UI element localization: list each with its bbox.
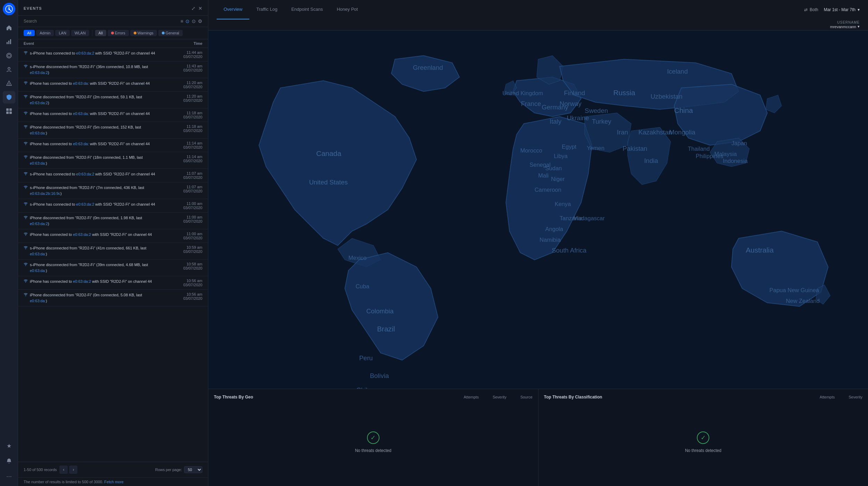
tab-traffic-log[interactable]: Traffic Log [249,0,284,19]
event-list-item[interactable]: s-iPhone has connected to e0:63:da:2 wit… [18,48,208,61]
event-link[interactable]: e0:63:da: [30,299,46,303]
event-list-item[interactable]: iPhone disconnected from "R2D2-Fi" (0m c… [18,213,208,229]
tab-all-dark[interactable]: All [95,30,106,36]
event-list-item[interactable]: iPhone has connected to e0:63:da:2 with … [18,276,208,290]
sidebar-item-favorites[interactable]: ★ [3,439,15,452]
svg-text:Russia: Russia [614,89,636,97]
event-link[interactable]: e0:63:da: [73,142,89,146]
username[interactable]: mrevanmccann ▾ [830,24,860,29]
event-link[interactable]: e0:63:da: [30,269,46,273]
tab-lan[interactable]: LAN [55,30,69,36]
svg-point-6 [7,53,11,58]
date-range-button[interactable]: Mar 1st - Mar 7th ▾ [824,7,860,12]
event-list-item[interactable]: s-iPhone has connected to e0:63:da:2 wit… [18,199,208,213]
event-link[interactable]: e0:63:da: [30,161,46,165]
event-list-item[interactable]: iPhone disconnected from "R2D2-Fi" (5m c… [18,122,208,139]
svg-point-9 [9,85,9,85]
no-threat-check-2: ✓ [697,431,709,444]
event-list-item[interactable]: iPhone has connected to e0:63:da: with S… [18,78,208,92]
event-list-item[interactable]: iPhone has connected to e0:63:da:2 with … [18,229,208,243]
event-link[interactable]: e0:63:da: [73,112,89,116]
svg-point-22 [25,175,26,175]
event-list-item[interactable]: s-iPhone disconnected from "R2D2-Fi" (41… [18,243,208,260]
event-cell: iPhone has connected to e0:63:da: with S… [24,141,157,147]
both-button[interactable]: ⇄ Both [804,7,818,12]
wifi-icon [24,215,28,220]
filter-icon-1[interactable]: ⊙ [185,18,190,24]
top-bar: Overview Traffic Log Endpoint Scans Hone… [208,0,868,19]
event-list-item[interactable]: s-iPhone disconnected from "R2D2-Fi" (39… [18,260,208,276]
event-time: 11:00 am 03/07/2020 [157,201,202,210]
event-link[interactable]: e0:63:da: [30,131,46,135]
event-link[interactable]: e0:63:da: [73,81,89,85]
event-link[interactable]: e0:63:da:2 [73,279,91,283]
event-link[interactable]: e0:63:da:2 [76,202,94,206]
svg-point-30 [25,296,26,296]
prev-page-button[interactable]: ‹ [59,466,68,474]
sidebar-item-notifications[interactable] [3,455,15,467]
next-page-button[interactable]: › [69,466,77,474]
event-link[interactable]: e0:63:da:2b:16:9c [30,191,60,196]
sidebar-item-more[interactable]: ⋯ [3,470,15,483]
event-cell: iPhone has connected to e0:63:da:2 with … [24,279,157,285]
tab-endpoint-scans[interactable]: Endpoint Scans [284,0,330,19]
tab-wlan[interactable]: WLAN [71,30,89,36]
event-cell: s-iPhone has connected to e0:63:da:2 wit… [24,171,157,177]
close-icon[interactable]: ✕ [198,6,202,11]
threats-by-classification-cols: Attempts Severity [820,395,862,399]
tab-overview[interactable]: Overview [217,0,249,19]
search-bar: ≡ ⊙ ⊙ ⚙ [18,16,208,27]
sidebar-item-alerts[interactable] [3,77,15,90]
event-list-item[interactable]: s-iPhone disconnected from "R2D2-Fi" (7m… [18,182,208,199]
app-logo[interactable] [3,3,15,15]
sidebar-item-devices[interactable] [3,49,15,62]
main-content: Overview Traffic Log Endpoint Scans Hone… [208,0,868,486]
event-list-item[interactable]: iPhone disconnected from "R2D2-Fi" (0m c… [18,290,208,306]
settings-icon[interactable]: ⚙ [198,18,202,24]
filter-icon-2[interactable]: ⊙ [192,18,196,24]
sidebar-item-grid[interactable] [3,105,15,117]
event-link[interactable]: e0:63:da:2 [73,232,91,237]
event-text: iPhone has connected to e0:63:da:2 with … [30,232,152,238]
event-list-item[interactable]: s-iPhone has connected to e0:63:da:2 wit… [18,169,208,182]
event-list-item[interactable]: s-iPhone disconnected from "R2D2-Fi" (36… [18,61,208,78]
event-time: 11:20 am 03/07/2020 [157,94,202,102]
event-list-item[interactable]: iPhone disconnected from "R2D2-Fi" (2m c… [18,92,208,108]
event-link[interactable]: e0:63:da: [30,252,46,256]
event-link[interactable]: e0:63:da:2 [76,172,94,176]
wifi-icon [24,125,28,130]
tab-warnings[interactable]: Warnings [130,30,157,36]
event-list-item[interactable]: iPhone disconnected from "R2D2-Fi" (18m … [18,152,208,169]
search-input[interactable] [24,19,178,24]
list-view-icon[interactable]: ≡ [181,18,183,24]
event-link[interactable]: e0:63:da:2 [30,71,48,75]
event-text: s-iPhone has connected to e0:63:da:2 wit… [30,50,155,56]
column-event: Event [24,41,157,46]
footer-note-text: The number of results is limited to 500 … [24,480,103,484]
tab-admin[interactable]: Admin [36,30,54,36]
event-list-item[interactable]: iPhone has connected to e0:63:da: with S… [18,139,208,152]
tab-all-blue[interactable]: All [24,30,35,36]
sidebar-item-stats[interactable] [3,35,15,48]
expand-icon[interactable]: ⤢ [191,6,195,11]
svg-text:New Zealand: New Zealand [786,298,819,304]
fetch-more-link[interactable]: Fetch more [104,480,124,484]
svg-text:Finland: Finland [564,89,585,97]
threats-by-classification-header: Top Threats By Classification Attempts S… [544,395,863,399]
tab-general[interactable]: General [158,30,183,36]
chevron-down-icon: ▾ [858,7,860,12]
event-link[interactable]: e0:63:da:2 [76,51,94,55]
event-link[interactable]: e0:63:da:2 [30,222,48,226]
sidebar-item-clients[interactable] [3,63,15,76]
wifi-icon [24,155,28,160]
event-list-item[interactable]: iPhone has connected to e0:63:da: with S… [18,108,208,122]
svg-point-1 [8,8,10,10]
sidebar-item-home[interactable] [3,22,15,34]
swap-icon: ⇄ [804,7,808,12]
svg-point-16 [25,84,26,85]
tab-honey-pot[interactable]: Honey Pot [330,0,365,19]
sidebar-item-security[interactable] [3,91,15,104]
tab-errors[interactable]: Errors [108,30,129,36]
rows-per-page-select[interactable]: 25 50 100 [184,466,202,473]
event-link[interactable]: e0:63:da:2 [30,101,48,105]
